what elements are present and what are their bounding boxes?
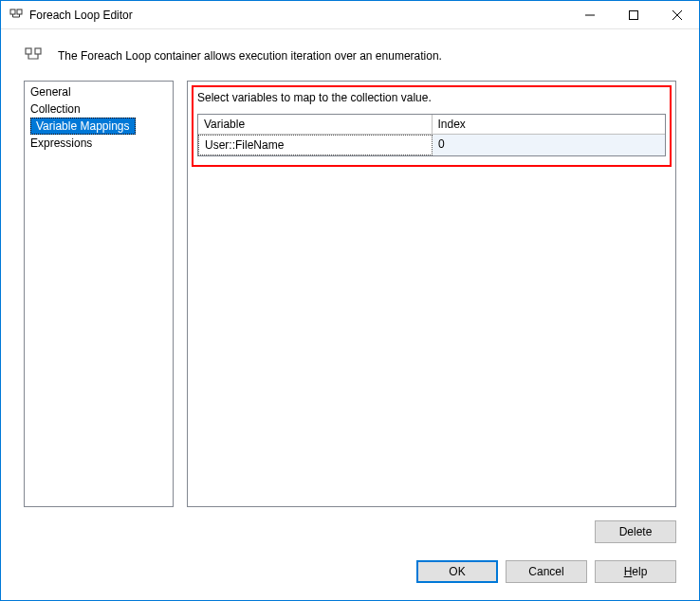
dialog-buttons: OK Cancel Help	[1, 547, 699, 600]
delete-row: Delete	[1, 515, 699, 547]
description-text: The Foreach Loop container allows execut…	[58, 49, 442, 63]
instruction-text: Select variables to map to the collectio…	[197, 91, 666, 104]
svg-rect-7	[35, 48, 41, 54]
window-title: Foreach Loop Editor	[29, 9, 133, 22]
dialog-window: Foreach Loop Editor The Foreach Loop con…	[0, 0, 700, 601]
description-row: The Foreach Loop container allows execut…	[1, 29, 699, 73]
minimize-button[interactable]	[568, 1, 612, 29]
col-header-variable[interactable]: Variable	[198, 115, 433, 135]
table-row[interactable]: User::FileName 0	[198, 135, 665, 155]
nav-item-collection[interactable]: Collection	[25, 100, 173, 118]
grid-header: Variable Index	[198, 115, 665, 135]
cell-variable[interactable]: User::FileName	[198, 135, 433, 155]
col-header-index[interactable]: Index	[433, 115, 666, 135]
svg-rect-3	[630, 10, 638, 19]
help-rest: elp	[632, 565, 647, 578]
help-button[interactable]: Help	[595, 560, 676, 583]
nav-panel: General Collection Variable Mappings Exp…	[24, 81, 174, 507]
nav-item-expressions[interactable]: Expressions	[25, 135, 173, 152]
svg-rect-0	[10, 9, 15, 14]
main-panel: Select variables to map to the collectio…	[187, 81, 676, 507]
ok-button[interactable]: OK	[416, 560, 498, 583]
nav-item-general[interactable]: General	[25, 83, 173, 100]
cancel-button[interactable]: Cancel	[506, 560, 587, 583]
titlebar: Foreach Loop Editor	[1, 1, 699, 29]
svg-rect-1	[17, 9, 22, 14]
cell-index[interactable]: 0	[433, 135, 665, 155]
app-icon	[9, 8, 24, 23]
maximize-button[interactable]	[612, 1, 655, 29]
svg-rect-6	[26, 48, 31, 54]
close-button[interactable]	[655, 1, 699, 29]
mappings-grid[interactable]: Variable Index User::FileName 0	[197, 114, 666, 156]
content-area: General Collection Variable Mappings Exp…	[1, 73, 699, 515]
delete-button[interactable]: Delete	[595, 520, 676, 543]
loop-icon	[24, 46, 43, 65]
nav-item-variable-mappings[interactable]: Variable Mappings	[30, 118, 136, 135]
